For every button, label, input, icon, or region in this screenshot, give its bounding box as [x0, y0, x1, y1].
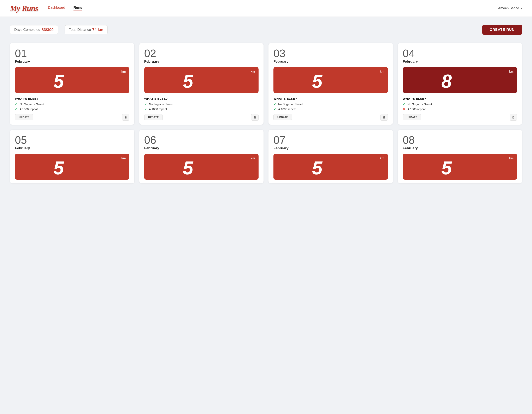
- check-label-repeat-04: A 1000 repeat: [408, 108, 426, 111]
- check-label-repeat-03: A 1000 repeat: [278, 108, 296, 111]
- km-digit-5-icon-03: 5: [278, 71, 384, 89]
- km-unit-07: km: [380, 156, 384, 160]
- check-item-repeat-01: ✓ A 1000 repeat: [15, 107, 129, 111]
- svg-text:5: 5: [53, 157, 64, 176]
- check-label-sugar-01: No Sugar or Sweet: [20, 102, 44, 106]
- card-footer-02: UPDATE 🗑: [144, 114, 259, 120]
- check-label-sugar-04: No Sugar or Sweet: [408, 102, 432, 106]
- whats-else-title-03: WHAT'S ELSE?: [274, 97, 388, 100]
- card-day-06: 06: [144, 135, 259, 145]
- km-digit-5-icon-06: 5: [148, 157, 255, 176]
- km-digit-5-icon: 5: [19, 71, 125, 89]
- km-banner-01: 5 km: [15, 67, 129, 93]
- whats-else-title-02: WHAT'S ELSE?: [144, 97, 259, 100]
- check-label-repeat-01: A 1000 repeat: [20, 108, 38, 111]
- km-banner-04: 8 km: [403, 67, 517, 93]
- card-day-08: 08: [403, 135, 517, 145]
- check-item-repeat-04: ✕ A 1000 repeat: [403, 107, 517, 111]
- whats-else-title-01: WHAT'S ELSE?: [15, 97, 129, 100]
- check-icon-02: ✓: [144, 102, 147, 106]
- card-month-08: February: [403, 146, 517, 150]
- check-item-repeat-02: ✓ A 1000 repeat: [144, 107, 259, 111]
- svg-text:5: 5: [441, 157, 452, 176]
- card-month-06: February: [144, 146, 259, 150]
- svg-text:5: 5: [53, 71, 64, 89]
- card-month-05: February: [15, 146, 129, 150]
- check-label-repeat-02: A 1000 repeat: [149, 108, 167, 111]
- card-month-03: February: [274, 60, 388, 64]
- check-label-sugar-02: No Sugar or Sweet: [149, 102, 173, 106]
- run-card-03: 03 February 5 km WHAT'S ELSE? ✓ No Sugar…: [268, 43, 393, 125]
- run-card-07: 07 February 5 km: [268, 130, 393, 184]
- km-digit-5-icon-05: 5: [19, 157, 125, 176]
- run-card-06: 06 February 5 km: [139, 130, 264, 184]
- check-icon-03: ✓: [274, 102, 276, 106]
- total-distance-badge: Total Distance 74 km: [65, 25, 108, 34]
- card-month-02: February: [144, 60, 259, 64]
- svg-text:8: 8: [441, 71, 452, 89]
- update-button-02[interactable]: UPDATE: [144, 114, 163, 120]
- card-footer-04: UPDATE 🗑: [403, 114, 517, 120]
- delete-button-02[interactable]: 🗑: [251, 114, 258, 120]
- km-banner-08: 5 km: [403, 154, 517, 180]
- trash-icon: 🗑: [124, 116, 127, 119]
- svg-text:5: 5: [312, 71, 323, 89]
- delete-button-01[interactable]: 🗑: [122, 114, 129, 120]
- trash-icon-04: 🗑: [512, 116, 515, 119]
- svg-text:5: 5: [312, 157, 323, 176]
- card-day-07: 07: [274, 135, 388, 145]
- km-banner-07: 5 km: [274, 154, 388, 180]
- header: My Runs Dashboard Runs Ameen Sanad ▾: [0, 0, 532, 17]
- svg-text:5: 5: [183, 71, 194, 89]
- km-unit-05: km: [121, 156, 126, 160]
- check-item-sugar-03: ✓ No Sugar or Sweet: [274, 102, 388, 106]
- svg-text:5: 5: [183, 157, 194, 176]
- km-unit-06: km: [251, 156, 255, 160]
- update-button-03[interactable]: UPDATE: [274, 114, 292, 120]
- main-content: Days Completed 83/300 Total Distance 74 …: [0, 17, 532, 192]
- update-button-01[interactable]: UPDATE: [15, 114, 33, 120]
- km-banner-02: 5 km: [144, 67, 259, 93]
- nav-dashboard[interactable]: Dashboard: [48, 6, 65, 11]
- check-icon-repeat-01: ✓: [15, 107, 18, 111]
- card-footer-03: UPDATE 🗑: [274, 114, 388, 120]
- days-completed-badge: Days Completed 83/300: [10, 25, 58, 34]
- update-button-04[interactable]: UPDATE: [403, 114, 421, 120]
- km-banner-03: 5 km: [274, 67, 388, 93]
- km-unit-02: km: [251, 70, 255, 73]
- km-digit-8-icon: 8: [407, 71, 513, 89]
- check-icon-01: ✓: [15, 102, 18, 106]
- check-icon-04: ✓: [403, 102, 406, 106]
- card-day-02: 02: [144, 48, 259, 59]
- card-month-01: February: [15, 60, 129, 64]
- chevron-down-icon: ▾: [521, 7, 522, 10]
- km-digit-5-icon-02: 5: [148, 71, 255, 89]
- delete-button-03[interactable]: 🗑: [380, 114, 388, 120]
- delete-button-04[interactable]: 🗑: [510, 114, 517, 120]
- card-footer-01: UPDATE 🗑: [15, 114, 129, 120]
- distance-value: 74 km: [92, 28, 104, 32]
- card-month-07: February: [274, 146, 388, 150]
- create-run-button[interactable]: CREATE RUN: [482, 25, 522, 35]
- card-day-03: 03: [274, 48, 388, 59]
- km-unit-01: km: [121, 70, 126, 73]
- check-item-sugar-04: ✓ No Sugar or Sweet: [403, 102, 517, 106]
- check-item-sugar-02: ✓ No Sugar or Sweet: [144, 102, 259, 106]
- days-value: 83/300: [42, 28, 54, 32]
- card-day-05: 05: [15, 135, 129, 145]
- user-menu[interactable]: Ameen Sanad ▾: [498, 6, 522, 10]
- check-item-sugar-01: ✓ No Sugar or Sweet: [15, 102, 129, 106]
- nav-runs[interactable]: Runs: [74, 6, 82, 11]
- main-nav: Dashboard Runs: [48, 6, 498, 11]
- km-unit-04: km: [509, 70, 514, 73]
- check-label-sugar-03: No Sugar or Sweet: [278, 102, 303, 106]
- runs-grid: 01 February 5 km WHAT'S ELSE? ✓ No Sugar…: [10, 43, 522, 184]
- app-logo: My Runs: [10, 4, 38, 13]
- distance-label: Total Distance: [69, 28, 91, 32]
- cross-icon-04: ✕: [403, 107, 406, 111]
- check-icon-repeat-02: ✓: [144, 107, 147, 111]
- check-item-repeat-03: ✓ A 1000 repeat: [274, 107, 388, 111]
- check-icon-repeat-03: ✓: [274, 107, 276, 111]
- km-digit-5-icon-07: 5: [278, 157, 384, 176]
- run-card-01: 01 February 5 km WHAT'S ELSE? ✓ No Sugar…: [10, 43, 134, 125]
